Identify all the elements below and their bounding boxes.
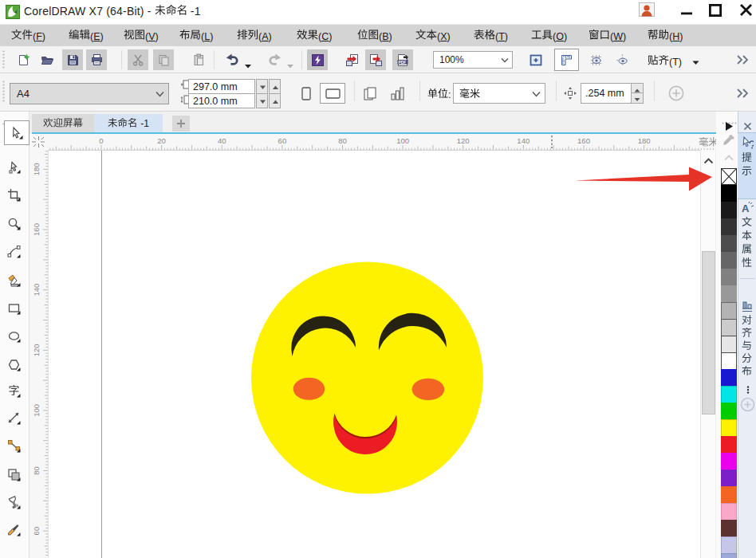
svg-text:PDF: PDF (398, 59, 406, 64)
svg-text:180: 180 (32, 163, 41, 175)
svg-text:40: 40 (218, 136, 226, 145)
svg-text:100: 100 (32, 404, 41, 417)
svg-text:A: A (742, 202, 750, 214)
svg-text:60: 60 (278, 136, 287, 145)
svg-text:140: 140 (32, 284, 41, 297)
svg-text:100: 100 (396, 136, 409, 145)
svg-text:180: 180 (638, 136, 651, 145)
svg-text:140: 140 (517, 136, 530, 145)
svg-text:120: 120 (457, 136, 470, 145)
svg-text:0: 0 (99, 136, 103, 145)
svg-text:60: 60 (32, 527, 41, 536)
svg-text:20: 20 (157, 136, 166, 145)
svg-text:120: 120 (32, 344, 41, 356)
svg-text:80: 80 (338, 136, 347, 145)
svg-text:160: 160 (577, 136, 590, 145)
svg-text:160: 160 (32, 223, 41, 236)
svg-text:80: 80 (32, 466, 41, 475)
